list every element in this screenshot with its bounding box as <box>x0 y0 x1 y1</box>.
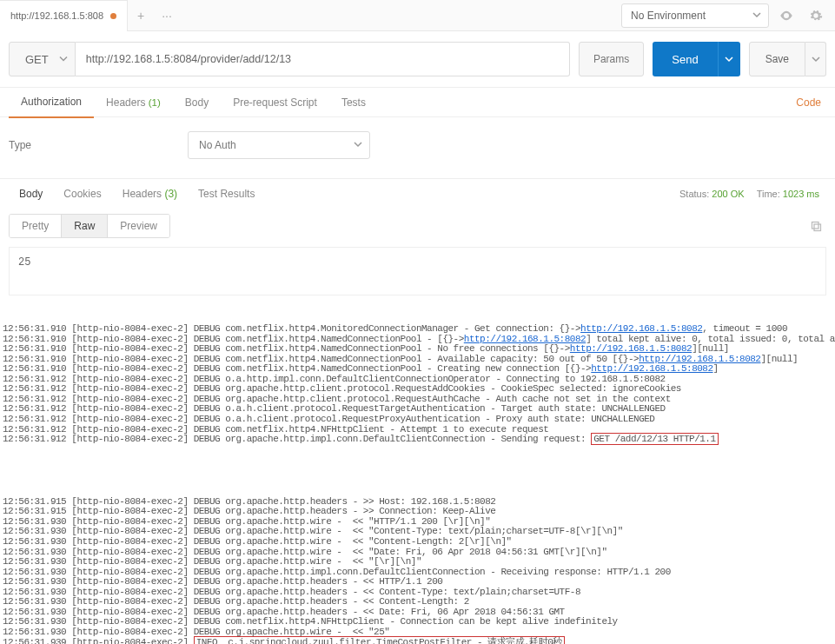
chevron-down-icon <box>59 53 68 66</box>
log-pane: 12:56:31.910 [http-nio-8084-exec-2] DEBU… <box>0 304 835 644</box>
tab-tests[interactable]: Tests <box>329 88 378 117</box>
method-value: GET <box>25 53 49 66</box>
response-status: Status: 200 OK Time: 1023 ms <box>679 189 826 199</box>
log-line: 12:56:31.910 [http-nio-8084-exec-2] DEBU… <box>0 324 835 335</box>
view-pretty[interactable]: Pretty <box>10 215 62 237</box>
log-link[interactable]: http://192.168.1.5:8082 <box>591 363 712 374</box>
highlighted-segment: GET /add/12/13 HTTP/1.1 <box>591 433 718 445</box>
view-mode-tabs: Pretty Raw Preview <box>0 209 835 243</box>
chevron-down-icon <box>752 10 761 22</box>
copy-response-icon[interactable] <box>805 216 826 236</box>
auth-type-label: Type <box>9 139 31 151</box>
save-options-button[interactable] <box>805 42 826 76</box>
log-line: 12:56:31.912 [http-nio-8084-exec-2] DEBU… <box>0 435 835 445</box>
code-link[interactable]: Code <box>796 96 826 109</box>
send-button[interactable]: Send <box>653 42 717 76</box>
auth-type-select[interactable]: No Auth <box>188 131 370 159</box>
environment-select[interactable]: No Environment <box>621 3 769 28</box>
params-button[interactable]: Params <box>579 42 644 76</box>
tab-body[interactable]: Body <box>173 88 221 117</box>
resp-tab-body[interactable]: Body <box>9 179 53 209</box>
tab-options-button[interactable]: ··· <box>154 0 180 31</box>
view-preview[interactable]: Preview <box>108 215 169 237</box>
request-row: GET Params Send Save <box>0 31 835 88</box>
view-raw[interactable]: Raw <box>62 215 108 237</box>
tab-authorization[interactable]: Authorization <box>9 87 94 118</box>
svg-rect-1 <box>812 222 818 229</box>
log-link[interactable]: http://192.168.1.5:8082 <box>464 334 586 344</box>
log-link[interactable]: http://192.168.1.5:8082 <box>570 343 692 354</box>
tab-title: http://192.168.1.5:808 <box>10 10 103 21</box>
environment-value: No Environment <box>631 10 706 22</box>
log-line: 12:56:31.939 [http-nio-8084-exec-2] INFO… <box>0 638 835 645</box>
send-options-button[interactable] <box>718 42 740 76</box>
method-select[interactable]: GET <box>9 42 76 76</box>
auth-panel: Type No Auth <box>0 117 835 179</box>
settings-icon[interactable] <box>804 3 828 28</box>
tabs-bar: http://192.168.1.5:808 + ··· No Environm… <box>0 0 835 31</box>
tab-pre-request[interactable]: Pre-request Script <box>221 88 329 117</box>
highlighted-segment: INFO c.j.springcloud.zuul.filter.TimeCos… <box>194 636 565 645</box>
save-button[interactable]: Save <box>749 42 805 76</box>
resp-tab-headers[interactable]: Headers (3) <box>112 179 188 209</box>
unsaved-dot-icon <box>110 13 116 19</box>
log-link[interactable]: http://192.168.1.5:8082 <box>639 354 760 364</box>
new-tab-button[interactable]: + <box>128 0 154 31</box>
env-quicklook-icon[interactable] <box>774 3 799 28</box>
request-tabs: Authorization Headers (1) Body Pre-reque… <box>0 88 835 117</box>
resp-tab-cookies[interactable]: Cookies <box>53 179 111 209</box>
chevron-down-icon <box>354 139 362 151</box>
response-time: 1023 ms <box>783 189 819 199</box>
log-line: 12:56:31.930 [http-nio-8084-exec-2] DEBU… <box>0 557 835 568</box>
response-tabs: Body Cookies Headers (3) Test Results St… <box>0 179 835 209</box>
auth-type-value: No Auth <box>199 139 236 151</box>
url-input[interactable] <box>76 42 570 76</box>
log-line: 12:56:31.930 [http-nio-8084-exec-2] DEBU… <box>0 537 835 548</box>
resp-tab-tests[interactable]: Test Results <box>188 179 265 209</box>
request-tab[interactable]: http://192.168.1.5:808 <box>0 0 128 31</box>
svg-rect-0 <box>814 224 821 231</box>
tab-headers[interactable]: Headers (1) <box>94 88 173 117</box>
log-link[interactable]: http://192.168.1.5:8082 <box>580 323 702 334</box>
response-body[interactable]: 25 <box>9 247 826 295</box>
status-code: 200 OK <box>712 189 744 199</box>
log-line: 12:56:31.912 [http-nio-8084-exec-2] DEBU… <box>0 415 835 425</box>
